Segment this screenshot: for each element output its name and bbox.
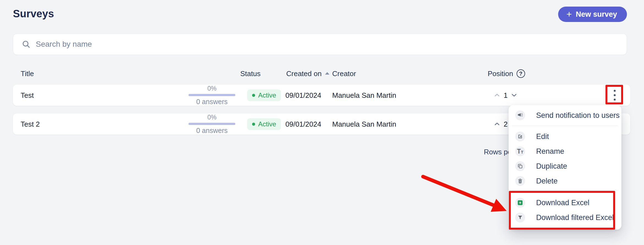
duplicate-icon [515,161,525,171]
created-on: 09/01/2024 [285,91,321,99]
status-cell: Active [247,89,281,101]
survey-title: Test 2 [21,120,40,128]
excel-icon [515,198,525,208]
table-row: Test 0% 0 answers Active 09/01/2024 Manu… [13,85,630,106]
answers-count: 0 answers [175,98,249,106]
page-title: Surveys [13,5,627,22]
progress-bar [189,94,235,96]
status-dot-icon [252,94,255,97]
menu-divider [512,190,618,191]
position-up-button[interactable] [494,93,500,97]
topbar: Surveys + New survey [13,5,627,22]
menu-divider [512,126,618,126]
progress-bar [189,123,235,125]
status-badge: Active [247,89,281,101]
search-icon [21,40,31,49]
filter-icon [515,213,525,222]
column-header-position: Position ? [488,69,525,78]
new-survey-button[interactable]: + New survey [558,7,627,22]
trash-icon [515,176,525,186]
position-down-button[interactable] [511,93,517,97]
position-value: 1 [504,91,507,99]
menu-item-download-filtered-excel[interactable]: Download filtered Excel [509,210,621,225]
column-header-title: Title [21,69,34,78]
survey-title: Test [21,91,34,99]
menu-item-rename[interactable]: TT Rename [509,144,621,159]
search-bar [13,34,627,55]
progress-cell: 0% 0 answers [175,114,249,135]
status-dot-icon [252,122,255,126]
new-survey-label: New survey [576,10,617,19]
plus-icon: + [566,9,572,19]
position-cell: 1 [494,91,517,99]
table-header: Title Status Created on Creator Position… [13,67,630,80]
column-header-created-on[interactable]: Created on [286,69,329,78]
answers-count: 0 answers [175,127,249,135]
menu-item-send-notification[interactable]: Send notification to users [509,108,621,123]
row-actions-menu: Send notification to users Edit TT Renam… [509,105,621,230]
column-header-status: Status [240,69,261,78]
help-icon[interactable]: ? [517,69,525,78]
creator: Manuela San Martin [332,91,396,99]
progress-percent: 0% [175,85,249,92]
column-header-creator: Creator [332,69,356,78]
rows-per-page-label: Rows pe [484,148,512,156]
created-on: 09/01/2024 [285,120,321,128]
kebab-icon [614,90,616,92]
edit-icon [515,132,525,141]
menu-item-edit[interactable]: Edit [509,129,621,144]
row-actions-button[interactable] [608,88,621,103]
position-up-button[interactable] [494,122,500,126]
megaphone-icon [515,110,525,120]
creator: Manuela San Martin [332,120,396,128]
status-badge: Active [247,118,281,130]
search-input[interactable] [36,40,618,49]
menu-item-download-excel[interactable]: Download Excel [509,195,621,210]
progress-percent: 0% [175,114,249,121]
sort-asc-icon [325,72,329,75]
menu-item-delete[interactable]: Delete [509,174,621,188]
position-value: 2 [504,120,507,128]
status-cell: Active [247,118,281,130]
surveys-page: Surveys + New survey Title Status Create… [0,0,644,245]
rename-icon: TT [515,146,525,156]
menu-item-duplicate[interactable]: Duplicate [509,159,621,174]
progress-cell: 0% 0 answers [175,85,249,106]
